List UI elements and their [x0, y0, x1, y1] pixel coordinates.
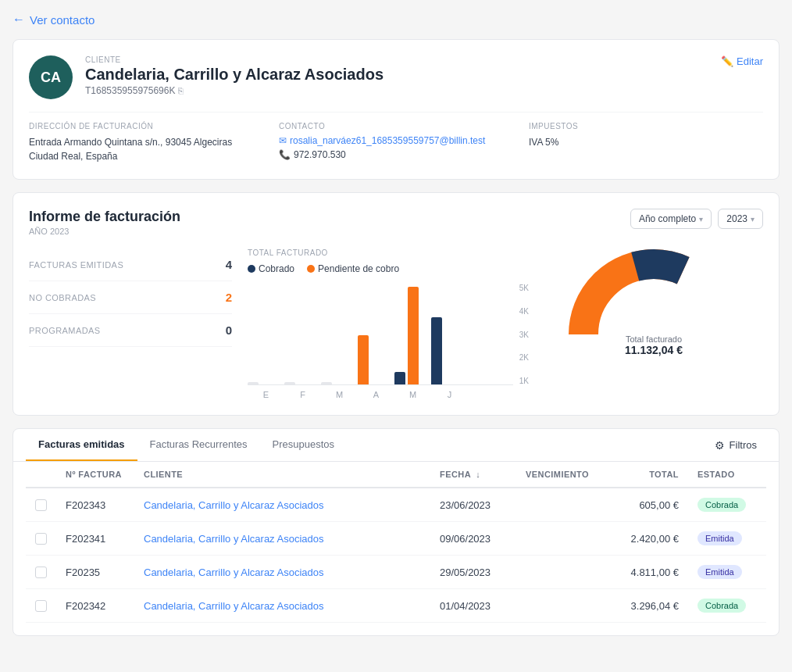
bar-group-A [358, 335, 385, 384]
filters-icon: ⚙ [715, 439, 725, 452]
bar-group-E [248, 382, 275, 384]
invoice-total: 3.296,04 € [602, 589, 688, 623]
tab-facturas-emitidas[interactable]: Facturas emitidas [26, 429, 137, 461]
copy-icon[interactable]: ⎘ [178, 86, 184, 95]
tax-label: IMPUESTOS [529, 122, 763, 130]
bar-empty [248, 382, 259, 384]
client-name[interactable]: Candelaria, Carrillo y Alcaraz Asociados [134, 589, 430, 623]
stat-emitted-label: FACTURAS EMITIDAS [29, 260, 123, 270]
invoice-status: Emitida [688, 522, 766, 556]
billing-address-line2: Ciudad Real, España [29, 149, 263, 163]
contact-name: Candelaria, Carrillo y Alcaraz Asociados [85, 66, 384, 84]
contact-email[interactable]: ✉ rosalia_narváez61_1685359559757@billin… [279, 135, 513, 146]
email-icon: ✉ [279, 135, 287, 146]
row-checkbox[interactable] [35, 533, 47, 545]
tabs-bar: Facturas emitidas Facturas Recurrentes P… [13, 429, 779, 462]
sort-arrow-icon: ↓ [476, 470, 480, 479]
x-label-M: M [321, 390, 358, 399]
invoice-total: 605,00 € [602, 488, 688, 522]
invoice-total: 4.811,00 € [602, 556, 688, 589]
stat-uncollected-label: NO COBRADAS [29, 293, 96, 302]
back-arrow-icon: ← [12, 13, 25, 27]
invoice-status: Cobrada [688, 488, 766, 522]
x-label-F: F [284, 390, 321, 399]
invoices-card: Facturas emitidas Facturas Recurrentes P… [12, 428, 780, 636]
invoice-due [516, 488, 602, 522]
bar-group-F [284, 382, 312, 384]
bar-cobrado [431, 317, 442, 384]
donut-total-value: 11.132,04 € [625, 344, 683, 356]
client-name[interactable]: Candelaria, Carrillo y Alcaraz Asociados [134, 522, 430, 556]
bar-chart-area: TOTAL FACTURADO Cobrado Pendiente de cob… [248, 248, 529, 399]
bar-group-M [321, 382, 348, 384]
phone-icon: 📞 [279, 149, 291, 160]
stats-panel: FACTURAS EMITIDAS 4 NO COBRADAS 2 PROGRA… [29, 248, 232, 347]
edit-button[interactable]: ✏️ Editar [721, 55, 763, 67]
tax-value: IVA 5% [529, 135, 763, 149]
contact-type-label: CLIENTE [85, 55, 384, 64]
row-checkbox[interactable] [35, 567, 47, 578]
col-date-header[interactable]: FECHA ↓ [430, 462, 516, 488]
contact-section: CONTACTO ✉ rosalia_narváez61_16853595597… [279, 122, 513, 163]
status-badge: Emitida [697, 565, 742, 579]
invoice-number: F20235 [56, 556, 134, 589]
contact-label: CONTACTO [279, 122, 513, 130]
x-label-A: A [358, 390, 394, 399]
client-name[interactable]: Candelaria, Carrillo y Alcaraz Asociados [134, 556, 430, 589]
edit-icon: ✏️ [721, 55, 733, 67]
pendiente-dot [307, 265, 315, 273]
row-checkbox[interactable] [35, 499, 47, 511]
bar-pendiente [408, 287, 419, 384]
table-row: F20235 Candelaria, Carrillo y Alcaraz As… [26, 556, 766, 589]
chart-legend: Cobrado Pendiente de cobro [248, 263, 529, 274]
invoice-due [516, 556, 602, 589]
col-total-header: TOTAL [602, 462, 688, 488]
avatar: CA [29, 55, 73, 99]
x-label-J: J [431, 390, 468, 399]
tab-facturas-recurrentes[interactable]: Facturas Recurrentes [137, 429, 260, 461]
invoice-date: 09/06/2023 [430, 522, 516, 556]
invoice-due [516, 522, 602, 556]
back-link-label: Ver contacto [30, 13, 95, 27]
table-row: F202341 Candelaria, Carrillo y Alcaraz A… [26, 522, 766, 556]
status-badge: Cobrada [697, 599, 746, 613]
stat-scheduled: PROGRAMADAS 0 [29, 314, 232, 347]
report-title: Informe de facturación [29, 209, 180, 225]
invoice-number: F202343 [56, 488, 134, 522]
invoice-date: 29/05/2023 [430, 556, 516, 589]
report-year-label: AÑO 2023 [29, 227, 180, 236]
year-filter[interactable]: 2023 ▾ [718, 209, 763, 229]
col-invoice-header: Nº FACTURA [56, 462, 134, 488]
col-check-header [26, 462, 56, 488]
filters-button[interactable]: ⚙ Filtros [705, 433, 766, 458]
invoice-number: F202342 [56, 589, 134, 623]
invoice-date: 01/04/2023 [430, 589, 516, 623]
contact-phone: 📞 972.970.530 [279, 149, 513, 160]
bar-group-J [431, 317, 458, 384]
invoices-table: Nº FACTURA CLIENTE FECHA ↓ VENCIMIENTO [26, 462, 766, 623]
bar-empty [321, 382, 332, 384]
tab-presupuestos[interactable]: Presupuestos [260, 429, 348, 461]
bar-empty [284, 382, 295, 384]
billing-address-line1: Entrada Armando Quintana s/n., 93045 Alg… [29, 135, 263, 149]
chevron-down-icon: ▾ [751, 215, 755, 223]
invoice-due [516, 589, 602, 623]
period-filter[interactable]: Año completo ▾ [630, 209, 712, 229]
bar-group-M [394, 287, 422, 384]
client-name[interactable]: Candelaria, Carrillo y Alcaraz Asociados [134, 488, 430, 522]
x-label-E: E [248, 390, 284, 399]
chevron-down-icon: ▾ [699, 215, 703, 223]
back-link[interactable]: ← Ver contacto [12, 13, 780, 27]
donut-chart: Total facturado 11.132,04 € [544, 248, 763, 356]
chart-total-label: TOTAL FACTURADO [248, 248, 529, 257]
stat-scheduled-label: PROGRAMADAS [29, 326, 101, 335]
billing-address-section: DIRECCIÓN DE FACTURACIÓN Entrada Armando… [29, 122, 263, 163]
row-checkbox[interactable] [35, 600, 47, 612]
cobrado-dot [248, 265, 255, 273]
invoice-status: Cobrada [688, 589, 766, 623]
invoice-total: 2.420,00 € [602, 522, 688, 556]
stat-uncollected: NO COBRADAS 2 [29, 281, 232, 314]
stat-emitted: FACTURAS EMITIDAS 4 [29, 248, 232, 281]
stat-scheduled-value: 0 [226, 323, 232, 337]
billing-label: DIRECCIÓN DE FACTURACIÓN [29, 122, 263, 130]
